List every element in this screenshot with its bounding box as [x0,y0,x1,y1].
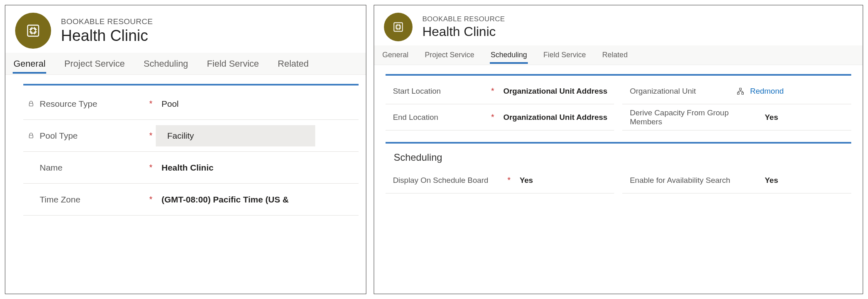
field-name[interactable]: Name * Health Clinic [23,152,359,184]
field-value: Yes [759,176,778,185]
svg-rect-2 [29,135,33,138]
tab-field-service[interactable]: Field Service [543,47,587,63]
header-text: BOOKABLE RESOURCE Health Clinic [422,15,505,39]
required-icon: * [488,112,498,122]
tab-project-service[interactable]: Project Service [63,54,126,73]
required-icon: * [146,131,156,140]
org-unit-icon [734,88,744,95]
field-label: Resource Type [40,99,97,109]
entity-avatar [15,13,51,49]
svg-rect-3 [394,23,402,31]
tab-general[interactable]: General [13,54,46,73]
field-resource-type[interactable]: Resource Type * Pool [23,88,359,120]
field-label: Name [40,163,63,173]
svg-rect-1 [29,103,33,106]
svg-rect-5 [738,92,740,94]
tab-field-service[interactable]: Field Service [206,54,260,73]
field-end-location[interactable]: End Location * Organizational Unit Addre… [386,104,615,130]
field-value: Facility [156,125,315,146]
field-display-on-board[interactable]: Display On Schedule Board * Yes [386,167,615,193]
field-label: Enable for Availability Search [630,176,730,185]
field-value: Organizational Unit Address [498,87,608,96]
field-label: Time Zone [40,195,81,205]
field-derive-capacity[interactable]: Derive Capacity From Group Members * Yes [622,104,851,130]
entity-subtitle: BOOKABLE RESOURCE [61,17,153,26]
lock-icon [27,132,36,139]
field-label: Start Location [393,87,441,96]
field-value: Pool [156,99,179,109]
record-header: BOOKABLE RESOURCE Health Clinic [374,5,863,45]
entity-title: Health Clinic [422,24,505,39]
field-label: Derive Capacity From Group Members [630,108,749,126]
tab-scheduling[interactable]: Scheduling [143,54,189,73]
tab-scheduling[interactable]: Scheduling [490,47,528,63]
panel-general: BOOKABLE RESOURCE Health Clinic General … [5,5,366,294]
field-org-unit[interactable]: Organizational Unit * Redmond [622,78,851,104]
field-value: Health Clinic [156,163,213,173]
entity-avatar [384,13,413,41]
required-icon: * [146,163,156,172]
tab-related[interactable]: Related [601,47,628,63]
entity-icon [393,21,404,33]
tabbar-left: General Project Service Scheduling Field… [5,53,366,75]
lock-icon [27,100,36,108]
required-icon: * [504,175,514,185]
field-label: Display On Schedule Board [393,176,488,185]
field-label: Organizational Unit [630,87,696,96]
field-value: Organizational Unit Address [498,113,608,122]
section-title: Scheduling [386,144,851,165]
svg-rect-0 [28,25,39,36]
section-location: Start Location * Organizational Unit Add… [386,74,851,133]
field-time-zone[interactable]: Time Zone * (GMT-08:00) Pacific Time (US… [23,184,359,216]
entity-icon [26,23,40,38]
header-text: BOOKABLE RESOURCE Health Clinic [61,17,153,45]
field-value: Yes [759,113,778,122]
panel-scheduling: BOOKABLE RESOURCE Health Clinic General … [374,5,863,294]
field-enable-availability-search[interactable]: Enable for Availability Search * Yes [622,167,851,193]
tab-general[interactable]: General [381,47,409,63]
field-label: End Location [393,113,438,122]
tab-project-service[interactable]: Project Service [424,47,475,63]
svg-rect-4 [740,88,742,90]
field-value-link[interactable]: Redmond [744,87,783,96]
field-start-location[interactable]: Start Location * Organizational Unit Add… [386,78,615,104]
section-scheduling: Scheduling Display On Schedule Board * Y… [386,142,851,196]
field-value: Yes [514,176,533,185]
tabbar-right: General Project Service Scheduling Field… [374,45,863,65]
svg-rect-6 [742,92,744,94]
entity-subtitle: BOOKABLE RESOURCE [422,15,505,23]
tab-related[interactable]: Related [277,54,310,73]
required-icon: * [146,99,156,108]
field-value: (GMT-08:00) Pacific Time (US & [156,195,289,205]
field-pool-type[interactable]: Pool Type * Facility [23,120,359,152]
section-general: Resource Type * Pool Pool Type * Facilit… [23,84,359,218]
required-icon: * [488,86,498,96]
required-icon: * [146,195,156,204]
entity-title: Health Clinic [61,27,153,45]
record-header: BOOKABLE RESOURCE Health Clinic [5,5,366,53]
field-label: Pool Type [40,131,78,141]
